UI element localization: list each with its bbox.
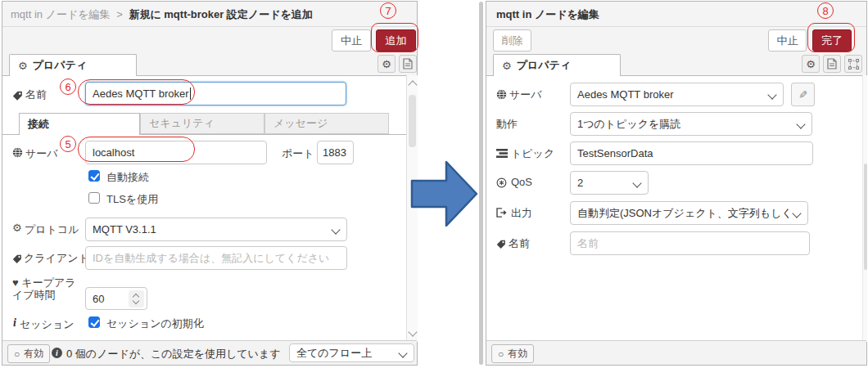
action-label: 動作 [496, 117, 518, 132]
scrollbar-thumb[interactable] [864, 164, 867, 270]
cancel-button[interactable]: 中止 [332, 29, 371, 52]
server-input[interactable] [85, 141, 267, 164]
output-label: 出力 [511, 206, 532, 221]
dialog-titlebar: mqtt in ノードを編集 [486, 2, 866, 27]
description-button[interactable] [823, 55, 841, 73]
node-settings-button[interactable]: ⚙ [802, 55, 820, 73]
subtab-messages[interactable]: メッセージ [264, 113, 389, 134]
tab-properties[interactable]: ⚙ プロパティ [9, 54, 137, 76]
usage-text: 0 個のノードが、この設定を使用しています [66, 347, 281, 361]
enabled-toggle-button[interactable]: ○ 有効 [491, 344, 534, 363]
qos-value: 2 [577, 177, 583, 189]
breadcrumb-parent[interactable]: mqtt in ノードを編集 [11, 8, 111, 20]
scroll-up-icon[interactable] [408, 80, 417, 89]
subtab-connection[interactable]: 接続 [19, 113, 140, 135]
name-label: 名前 [509, 236, 530, 251]
scrollbar-vertical[interactable] [862, 75, 867, 342]
auto-connect-label: 自動接続 [106, 170, 149, 185]
heartbeat-icon: ♥ [12, 276, 19, 289]
chevron-down-icon [792, 209, 801, 218]
tag-icon [496, 240, 506, 249]
globe-icon [496, 89, 507, 100]
tab-properties[interactable]: ⚙ プロパティ [493, 54, 621, 76]
qos-select[interactable]: 2 [570, 171, 649, 195]
session-label: セッション [20, 317, 75, 332]
name-label: 名前 [25, 88, 47, 102]
name-value: Aedes MQTT broker [93, 88, 189, 100]
topic-label: トピック [511, 146, 554, 161]
keepalive-input[interactable]: 60 [85, 287, 147, 310]
gear-icon: ⚙ [18, 61, 28, 71]
output-select[interactable]: 自動判定(JSONオブジェクト、文字列もしくはバイナリバッファ) [570, 201, 808, 225]
keepalive-value: 60 [93, 293, 104, 305]
scrollbar-thumb[interactable] [409, 95, 416, 147]
text-cursor [190, 88, 192, 100]
topic-input[interactable] [570, 141, 813, 165]
chevron-down-icon [331, 225, 340, 234]
sign-out-icon [496, 208, 508, 218]
properties-tabstrip: ⚙ プロパティ ⚙ [486, 52, 866, 76]
breadcrumb-separator: > [116, 8, 123, 20]
edit-config-button[interactable]: ✎ [791, 83, 815, 106]
gear-icon: ⚙ [806, 59, 816, 70]
enabled-label: 有効 [508, 347, 527, 361]
scope-value: 全てのフロー上 [296, 346, 372, 361]
toggle-circle-icon: ○ [498, 348, 504, 360]
chevron-down-icon [632, 178, 641, 187]
breadcrumb-bar: mqtt in ノードを編集 > 新規に mqtt-broker 設定ノードを追… [2, 2, 417, 27]
chevron-down-icon [767, 90, 776, 99]
selection-box-icon [848, 59, 859, 70]
gear-icon: ⚙ [502, 61, 512, 71]
add-button[interactable]: 追加 [376, 29, 416, 52]
protocol-label: プロトコル [25, 222, 79, 237]
port-label: ポート [282, 146, 314, 161]
node-settings-button[interactable]: ⚙ [377, 55, 396, 73]
done-button[interactable]: 完了 [812, 29, 852, 52]
scroll-down-icon[interactable] [408, 327, 417, 336]
use-tls-label: TLSを使用 [106, 192, 158, 207]
dialog-title: mqtt in ノードを編集 [496, 7, 599, 22]
properties-tabstrip: ⚙ プロパティ ⚙ [2, 52, 417, 76]
broker-subtabs: 接続 セキュリティ メッセージ [2, 113, 417, 135]
auto-connect-checkbox[interactable] [88, 170, 100, 182]
toggle-circle-icon: ○ [14, 348, 20, 360]
action-value: 1つのトピックを購読 [577, 117, 680, 132]
action-select[interactable]: 1つのトピックを購読 [570, 112, 812, 136]
scope-select[interactable]: 全てのフロー上 [289, 343, 414, 362]
protocol-value: MQTT V3.1.1 [93, 223, 156, 236]
document-icon [403, 58, 413, 70]
dialog-footer: ○ 有効 i 0 個のノードが、この設定を使用しています 全てのフロー上 [2, 340, 417, 365]
transition-arrow [409, 158, 480, 230]
server-select[interactable]: Aedes MQTT broker [570, 83, 784, 106]
delete-button[interactable]: 削除 [493, 29, 531, 52]
tab-properties-label: プロパティ [33, 58, 88, 73]
client-input[interactable] [85, 246, 347, 270]
document-icon [827, 58, 837, 70]
name-input[interactable] [570, 231, 810, 255]
protocol-select[interactable]: MQTT V3.1.1 [85, 218, 347, 241]
gear-icon: ⚙ [12, 222, 22, 233]
server-label: サーバ [25, 146, 58, 161]
dialog-toolbar: 削除 中止 完了 [486, 27, 866, 52]
appearance-button[interactable] [844, 55, 862, 73]
info-icon: i [13, 316, 16, 330]
subtab-security[interactable]: セキュリティ [140, 113, 264, 134]
description-button[interactable] [399, 55, 417, 73]
globe-icon [12, 147, 23, 158]
name-input[interactable]: Aedes MQTT broker [85, 82, 346, 105]
cancel-button[interactable]: 中止 [768, 29, 807, 52]
enabled-toggle-button[interactable]: ○ 有効 [7, 344, 50, 363]
port-input[interactable] [317, 141, 354, 164]
dialog-footer: ○ 有効 [486, 340, 866, 365]
chevron-down-icon [796, 119, 805, 128]
config-node-edit-dialog: mqtt in ノードを編集 > 新規に mqtt-broker 設定ノードを追… [2, 1, 418, 366]
clean-session-checkbox[interactable] [88, 316, 100, 328]
use-tls-checkbox[interactable] [88, 192, 100, 204]
server-value: Aedes MQTT broker [577, 88, 674, 101]
tasks-icon [496, 149, 508, 158]
number-spinner[interactable] [129, 290, 144, 307]
breadcrumb-current: 新規に mqtt-broker 設定ノードを追加 [129, 8, 312, 20]
qos-badge-icon [496, 177, 507, 188]
gear-icon: ⚙ [382, 59, 391, 70]
output-value: 自動判定(JSONオブジェクト、文字列もしくはバイナリバッファ) [577, 206, 789, 221]
